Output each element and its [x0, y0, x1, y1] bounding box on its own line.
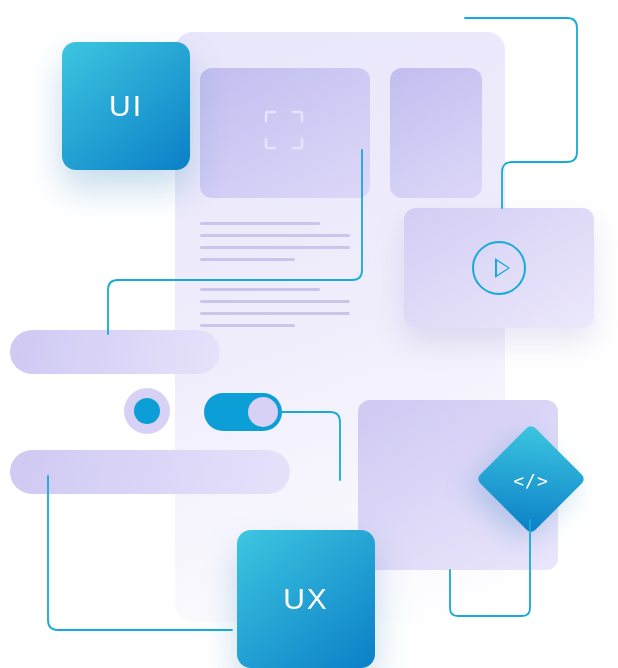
text-line — [200, 222, 320, 225]
radio-selected — [124, 388, 170, 434]
text-line — [200, 234, 350, 237]
toggle-knob-icon — [248, 397, 278, 427]
text-line — [200, 246, 350, 249]
text-line — [200, 312, 350, 315]
text-line — [200, 300, 350, 303]
text-line — [200, 258, 295, 261]
ux-tile-label: UX — [283, 582, 329, 616]
play-icon — [472, 241, 526, 295]
ui-ux-illustration: UI UX </> — [0, 0, 618, 668]
video-card — [404, 208, 594, 328]
code-icon: </> — [513, 470, 549, 491]
slider-pill — [10, 330, 220, 374]
content-block-right — [390, 68, 482, 198]
radio-dot-icon — [134, 398, 160, 424]
toggle-on — [204, 393, 282, 431]
text-line — [200, 288, 320, 291]
focus-brackets-icon — [262, 108, 306, 152]
ui-tile-label: UI — [109, 89, 143, 123]
code-diamond-label: </> — [498, 460, 564, 500]
ui-tile: UI — [62, 42, 190, 170]
ux-tile: UX — [237, 530, 375, 668]
slider-pill — [10, 450, 290, 494]
text-line — [200, 324, 295, 327]
